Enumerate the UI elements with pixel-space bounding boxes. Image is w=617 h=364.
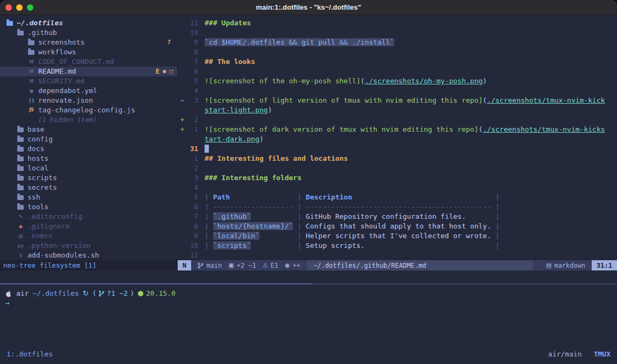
line-number: 3 [185,173,198,183]
status-row: neo-tree filesystem [1] N main ▣ +2 ~1 ⚠… [0,260,617,270]
line-number: 10 [185,241,198,251]
git-status-open-paren: ( [92,289,96,298]
tree-item-label: local [27,163,48,173]
editor-line[interactable]: tart-dark.png) [178,134,617,144]
tree-file-nvmrc[interactable]: @.nvmrc [0,231,177,241]
tree-file-tag-changelog[interactable]: JStag-changelog-config.js [0,105,177,115]
line-number: 11 [185,251,198,260]
tmux-workspace: ~/.dotfiles.githubscreenshots?workflowsM… [0,15,617,364]
git-sign [178,154,185,163]
git-sign [178,231,185,241]
editor-line[interactable]: 11 [178,251,617,260]
editor-line[interactable]: 31 [178,144,617,154]
tmux-window-label[interactable]: 1:.dotfiles [6,349,53,359]
editor-line-text: ### Updates [205,18,251,28]
node-version: 20.15.0 [146,289,176,298]
line-number: 31 [185,144,198,154]
git-untracked-badge: ? [167,38,171,47]
editor-line[interactable]: 10| `scripts` | Setup scripts. | [178,241,617,251]
tree-hidden-count[interactable]: (1 hidden item) [0,115,177,125]
line-number: 9 [185,231,198,241]
tree-file-gitignore[interactable]: ◆.gitignore [0,222,177,231]
editor-line[interactable]: 7| `.github` | GitHub Repository configu… [178,212,617,222]
file-flags-text: ++ [293,261,300,270]
editor-line[interactable]: +1![screenshot of dark version of tmux w… [178,125,617,134]
git-branch: main [198,261,222,270]
tree-folder-local[interactable]: local [0,163,177,173]
git-sign [178,76,185,86]
tree-item-label: scripts [27,173,57,183]
editor-line[interactable]: 1## Interesting files and locations [178,154,617,163]
yaml-icon: ◉ [28,86,35,96]
editor-line[interactable]: 4 [178,183,617,192]
git-sign [178,47,185,57]
folder-icon [17,137,24,142]
javascript-icon: JS [28,105,35,115]
zoom-button[interactable] [27,4,33,11]
git-sign [178,192,185,202]
editor-line[interactable]: +2 [178,115,617,125]
line-number: 5 [185,192,198,202]
shell-pane[interactable]: air ~/.dotfiles ↻ ( ?1 ~2 ) 20.15.0 → [0,284,617,308]
editor-line[interactable]: 4 [178,86,617,96]
editor-line-text: ## Interesting files and locations [205,154,348,163]
tree-file-security[interactable]: MSECURITY.md [0,76,177,86]
tree-folder-ssh[interactable]: ssh [0,192,177,202]
tree-file-renovate[interactable]: {}renovate.json [0,96,177,105]
editor-line[interactable]: 2 [178,163,617,173]
editor-line-text: | `local/bin` | Helper scripts that I've… [205,231,500,241]
editor-line[interactable]: 6 [178,67,617,76]
editor-line[interactable]: 8| `hosts/{hostname}/` | Configs that sh… [178,222,617,231]
tree-folder-docs[interactable]: docs [0,144,177,154]
tree-file-editorconfig[interactable]: ✎.editorconfig [0,212,177,222]
editor-line[interactable]: 10 [178,28,617,38]
folder-icon [28,40,34,45]
git-sign [178,57,185,67]
line-number: 11 [185,18,198,28]
line-number: 10 [185,28,198,38]
editor-line[interactable]: 9| `local/bin` | Helper scripts that I'v… [178,231,617,241]
close-button[interactable] [5,4,12,11]
editor-line[interactable]: 8 [178,47,617,57]
editor-line[interactable]: 7## The looks [178,57,617,67]
tree-root[interactable]: ~/.dotfiles [0,18,177,28]
editor-line[interactable]: 5| Path | Description | [178,192,617,202]
mode-indicator: N [178,260,191,270]
editor-pane[interactable]: 11### Updates109`cd $HOME/.dotfiles && g… [178,15,617,260]
titlebar[interactable]: main:1:.dotfiles - "ks~/.dotfiles" [0,0,617,15]
editor-line[interactable]: 11### Updates [178,18,617,28]
prompt-arrow[interactable]: → [5,298,617,308]
tree-folder-screenshots[interactable]: screenshots? [0,38,177,47]
git-sign [178,38,185,47]
tree-folder-secrets[interactable]: secrets [0,183,177,192]
folder-icon [17,185,24,190]
tree-folder-tools[interactable]: tools [0,202,177,212]
tree-folder-scripts[interactable]: scripts [0,173,177,183]
tree-file-add-submodules[interactable]: $add-submodules.sh [0,251,177,260]
tree-folder-github[interactable]: .github [0,28,177,38]
window-title: main:1:.dotfiles - "ks~/.dotfiles" [0,3,617,11]
line-number: 9 [185,38,198,47]
editor-line[interactable]: ~3![screenshot of light version of tmux … [178,96,617,105]
tree-file-python-version[interactable]: py.python-version [0,241,177,251]
tree-item-label: hosts [27,154,48,163]
tree-folder-config[interactable]: config [0,134,177,144]
tree-folder-hosts[interactable]: hosts [0,154,177,163]
editor-line[interactable]: 3### Interesting folders [178,173,617,183]
editor-line[interactable]: 5![screenshot of the oh-my-posh shell](.… [178,76,617,86]
minimize-button[interactable] [16,4,23,11]
tree-file-code-of-conduct[interactable]: MCODE_OF_CONDUCT.md [0,57,177,67]
git-icon: ◆ [17,222,24,231]
editor-line[interactable]: 9`cd $HOME/.dotfiles && git pull && ./in… [178,38,617,47]
editor-line[interactable]: 6| ------------------- | ---------------… [178,202,617,212]
neo-tree-pane[interactable]: ~/.dotfiles.githubscreenshots?workflowsM… [0,15,178,260]
tree-file-dependabot[interactable]: ◉dependabot.yml [0,86,177,96]
tree-file-readme[interactable]: MREADME.mdE●□ [0,67,177,76]
git-sign [178,163,185,173]
tree-item-label: .editorconfig [27,212,82,222]
editor-line-text: ![screenshot of the oh-my-posh shell](./… [205,76,487,86]
tree-folder-workflows[interactable]: workflows [0,47,177,57]
editor-line[interactable]: start-light.png) [178,105,617,115]
tree-folder-base[interactable]: base [0,125,177,134]
git-sign [178,105,185,115]
